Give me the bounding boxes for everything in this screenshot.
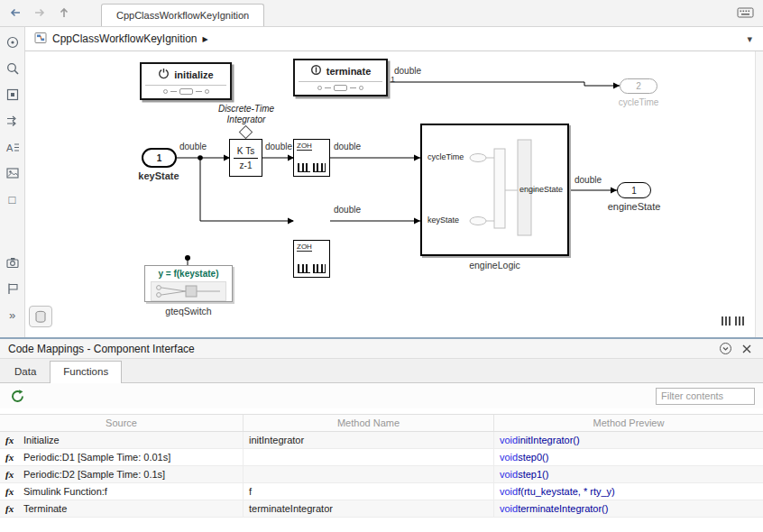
code-mappings-panel: Code Mappings - Component Interface Data… — [0, 337, 763, 532]
canvas-vertical-scrollbar[interactable] — [755, 51, 763, 337]
expand-palette-icon[interactable]: » — [5, 307, 21, 323]
row-source: Simulink Function:f — [23, 486, 107, 497]
row-method-name[interactable] — [244, 466, 494, 482]
model-tab[interactable]: CppClassWorkflowKeyIgnition — [101, 4, 264, 26]
nav-buttons — [0, 5, 79, 26]
keystate-inport[interactable]: 1 — [142, 148, 177, 168]
breadcrumb-expand-icon[interactable]: ▶ — [203, 35, 208, 43]
breadcrumb: CppClassWorkflowKeyIgnition ▶ ▾ — [25, 27, 763, 51]
top-toolbar: CppClassWorkflowKeyIgnition — [0, 0, 763, 27]
initialize-block-preview — [145, 85, 226, 96]
row-method-name[interactable]: initIntegrator — [244, 432, 494, 448]
zoom-icon[interactable] — [5, 60, 21, 77]
terminate-port-number: 1 — [391, 75, 395, 84]
tab-functions[interactable]: Functions — [50, 361, 122, 383]
forward-icon[interactable] — [32, 5, 48, 21]
viewmarks-icon[interactable] — [5, 280, 21, 297]
signal-type-label: double — [334, 142, 361, 151]
svg-text:A: A — [6, 142, 14, 153]
image-icon[interactable] — [5, 165, 21, 181]
table-row-simulink-function[interactable]: fx Simulink Function:f f void f(rtu_keys… — [0, 483, 763, 500]
row-source: Periodic:D1 [Sample Time: 0.01s] — [23, 452, 170, 463]
table-header-row: Source Method Name Method Preview — [0, 414, 763, 432]
gteqswitch-preview — [151, 281, 226, 301]
function-icon: fx — [5, 503, 18, 514]
enginelogic-outport-label: engineState — [519, 185, 563, 194]
integrator-annotation[interactable]: Discrete-Time Integrator — [206, 104, 287, 125]
function-icon: fx — [5, 469, 18, 480]
table-row-terminate[interactable]: fx Terminate terminateIntegrator void te… — [0, 500, 763, 518]
table-row-initialize[interactable]: fx Initialize initIntegrator void initIn… — [0, 432, 763, 449]
col-header-source[interactable]: Source — [0, 415, 244, 431]
area-box-icon[interactable]: □ — [5, 191, 21, 207]
function-icon: fx — [5, 486, 18, 497]
palette-sidebar: A □ » — [0, 27, 25, 337]
col-header-method-preview[interactable]: Method Preview — [494, 415, 763, 431]
panel-close-icon[interactable] — [739, 342, 755, 356]
model-canvas[interactable]: initialize terminate — [25, 51, 755, 337]
signal-type-label: double — [394, 66, 421, 76]
annotation-icon[interactable]: A — [5, 139, 21, 155]
initialize-block[interactable]: initialize — [140, 62, 232, 100]
row-method-preview: void f(rtu_keystate, * rty_y) — [494, 483, 763, 500]
back-icon[interactable] — [7, 5, 23, 21]
row-method-name[interactable]: f — [244, 483, 494, 500]
row-method-preview: void terminateIntegrator() — [494, 500, 763, 517]
row-method-name[interactable] — [244, 449, 494, 465]
signal-routing-icon[interactable] — [5, 113, 21, 129]
keyboard-icon[interactable] — [737, 6, 754, 22]
up-icon[interactable] — [56, 5, 72, 21]
filter-input[interactable] — [656, 388, 755, 405]
row-method-preview: void step0() — [494, 449, 763, 465]
main-area: A □ » CppClassWorkflowKeyIgnition ▶ — [0, 27, 763, 337]
fit-to-view-icon[interactable] — [5, 87, 21, 103]
gteqswitch-block[interactable]: y = f(keystate) — [144, 265, 233, 302]
model-tab-label: CppClassWorkflowKeyIgnition — [116, 10, 249, 21]
screenshot-camera-icon[interactable] — [5, 254, 21, 271]
staircase-icon — [313, 264, 326, 273]
table-row-periodic-d2[interactable]: fx Periodic:D2 [Sample Time: 0.1s] void … — [0, 466, 763, 483]
functions-table: Source Method Name Method Preview fx Ini… — [0, 414, 763, 518]
signal-type-label: double — [179, 142, 207, 151]
signal-type-label: double — [575, 175, 602, 185]
model-icon — [34, 32, 47, 47]
row-source: Terminate — [23, 503, 67, 514]
row-method-name[interactable]: terminateIntegrator — [244, 500, 494, 517]
zoh-block-2[interactable]: ZOH — [293, 240, 330, 278]
row-method-preview: void initIntegrator() — [494, 432, 763, 448]
tab-data[interactable]: Data — [1, 361, 50, 382]
editor-column: CppClassWorkflowKeyIgnition ▶ ▾ — [25, 27, 763, 337]
model-browser-icon[interactable] — [5, 34, 21, 50]
signal-type-label: double — [334, 205, 361, 215]
breadcrumb-model-name[interactable]: CppClassWorkflowKeyIgnition — [52, 32, 198, 45]
enginelogic-inport-label: cycleTime — [427, 152, 464, 161]
initialize-block-label: initialize — [174, 69, 213, 80]
panel-minimize-icon[interactable] — [717, 342, 733, 356]
power-off-icon — [310, 64, 322, 78]
cycletime-outport[interactable]: 2 — [620, 78, 657, 94]
terminate-block-label: terminate — [326, 66, 372, 77]
table-row-periodic-d1[interactable]: fx Periodic:D1 [Sample Time: 0.01s] void… — [0, 449, 763, 466]
staircase-icon — [298, 163, 310, 172]
update-code-mappings-icon[interactable] — [8, 387, 26, 405]
terminate-block[interactable]: terminate — [293, 59, 388, 96]
panel-title: Code Mappings - Component Interface — [8, 343, 195, 355]
keystate-port-label: keyState — [132, 170, 186, 181]
enginestate-outport[interactable]: 1 — [617, 182, 651, 198]
terminate-block-preview — [299, 81, 382, 93]
row-source: Initialize — [23, 435, 60, 445]
canvas-wrap: initialize terminate — [25, 51, 763, 337]
staircase-icon — [313, 163, 326, 172]
model-data-badge[interactable] — [29, 306, 52, 327]
canvas-resize-grip[interactable] — [722, 316, 744, 326]
staircase-icon — [298, 264, 310, 273]
table-body: fx Initialize initIntegrator void initIn… — [0, 432, 763, 518]
enginestate-port-label: engineState — [602, 201, 666, 212]
zoh-block-1[interactable]: ZOH — [293, 139, 330, 177]
signal-type-label: double — [265, 142, 292, 151]
col-header-method-name[interactable]: Method Name — [244, 415, 494, 431]
enginelogic-block[interactable]: cycleTime keyState engineState — [420, 124, 569, 256]
breadcrumb-dropdown-icon[interactable]: ▾ — [747, 33, 754, 45]
gteqswitch-block-label: gteqSwitch — [144, 306, 233, 316]
discrete-integrator-block[interactable]: K Ts z-1 — [229, 139, 262, 177]
